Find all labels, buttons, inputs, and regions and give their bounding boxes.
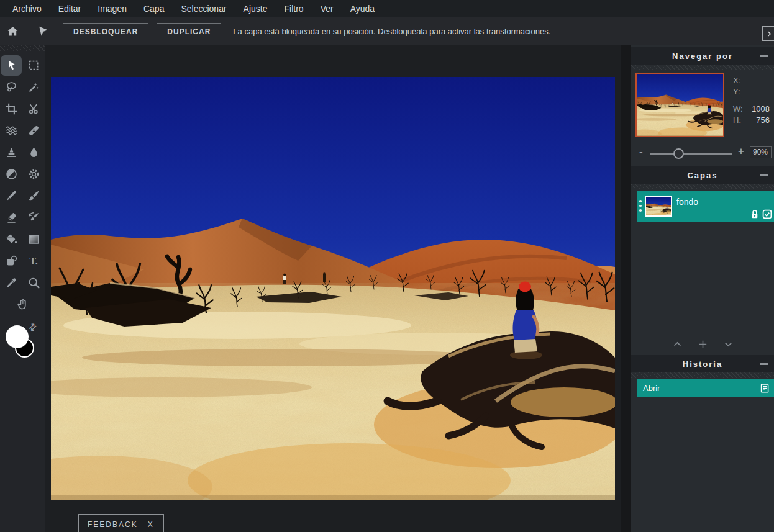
foreground-color-swatch[interactable] [6,325,29,348]
x-label: X: [733,76,740,85]
collapse-icon[interactable] [760,363,768,365]
menu-item-filtro[interactable]: Filtro [285,4,304,14]
layer-thumbnail[interactable] [645,196,672,217]
panel-resize-handle[interactable] [631,65,774,70]
layers-title: Capas [687,171,717,180]
magic-wand-icon [27,81,40,94]
tool-history-brush[interactable] [22,207,45,228]
tool-blur[interactable] [22,142,45,163]
tool-palette: T. ⇄ [0,45,45,532]
panel-resize-handle[interactable] [631,184,774,189]
menu-item-ayuda[interactable]: Ayuda [350,4,375,14]
history-step-file-icon [760,383,770,394]
move-layer-down-icon[interactable] [723,339,734,349]
tool-text[interactable]: T. [22,250,45,272]
navigator-thumbnail[interactable] [635,73,724,137]
unlock-button[interactable]: DESBLOQUEAR [63,23,148,40]
tool-dodge-burn[interactable] [0,163,22,185]
zoom-level-input[interactable] [750,146,772,158]
layers-header: Capas [631,166,774,184]
move-cursor-icon [5,59,18,72]
duplicate-button[interactable]: DUPLICAR [157,23,221,40]
home-icon[interactable] [5,25,20,38]
tool-eyedropper[interactable] [0,272,22,294]
tool-crop[interactable] [0,98,22,120]
tool-options-bar: DESBLOQUEAR DUPLICAR La capa está bloque… [0,17,774,45]
menu-bar: Archivo Editar Imagen Capa Seleccionar A… [0,0,774,17]
move-layer-up-icon[interactable] [672,339,683,349]
layer-visibility-checkbox[interactable] [762,209,772,219]
lock-icon[interactable] [750,209,759,219]
navigator-title: Navegar por [672,52,733,61]
panel-resize-handle[interactable] [631,372,774,378]
history-title: Historia [683,359,722,369]
crop-icon [5,102,18,115]
tool-heal[interactable] [22,120,45,142]
tool-lasso[interactable] [0,76,22,98]
eraser-icon [5,211,18,224]
tool-clone-stamp[interactable] [0,142,22,163]
canvas-area[interactable]: FEEDBACK X [45,45,621,532]
y-label: Y: [733,87,740,96]
history-item-abrir[interactable]: Abrir [637,379,774,397]
color-swatches: ⇄ [0,322,45,371]
tool-fill[interactable] [0,228,22,250]
menu-item-imagen[interactable]: Imagen [98,4,127,14]
sponge-detail-icon [27,168,40,181]
panel-divider [621,45,631,532]
tool-cutout[interactable] [22,98,45,120]
tool-hand[interactable] [0,294,45,315]
swap-colors-icon[interactable]: ⇄ [25,320,39,334]
zoom-slider-track[interactable] [650,153,732,155]
tool-move[interactable] [0,55,22,76]
tool-pencil[interactable] [0,185,22,207]
menu-item-ver[interactable]: Ver [321,4,334,14]
navigator-header: Navegar por [631,47,774,65]
magnifier-icon [27,276,40,289]
height-label: H: [733,115,741,125]
paint-bucket-icon [5,233,18,246]
panel-toggle-button[interactable] [762,26,774,41]
tool-shape[interactable] [0,250,22,272]
history-item-label: Abrir [643,384,660,393]
canvas-image[interactable] [51,77,615,500]
tool-zoom[interactable] [22,272,45,294]
collapse-icon[interactable] [760,55,768,57]
layer-locked-message: La capa está bloqueada en su posición. D… [233,27,550,36]
feedback-button[interactable]: FEEDBACK X [78,514,164,532]
tool-brush[interactable] [22,185,45,207]
water-drop-icon [27,146,40,159]
drag-handle-icon[interactable] [639,200,642,212]
layer-controls [631,335,774,353]
scissors-icon [27,102,40,115]
bandage-icon [27,124,40,137]
tool-liquify[interactable] [0,120,22,142]
pointer-tool-icon[interactable] [35,24,51,38]
tool-marquee[interactable] [22,55,45,76]
type-icon: T. [27,255,40,268]
feedback-label: FEEDBACK [88,520,138,529]
lasso-icon [5,81,18,94]
tool-eraser[interactable] [0,207,22,228]
add-layer-icon[interactable] [698,339,708,349]
dodge-burn-icon [5,168,18,181]
zoom-in-button[interactable]: + [738,145,744,158]
tool-sponge[interactable] [22,163,45,185]
collapse-icon[interactable] [760,174,768,176]
zoom-out-button[interactable]: - [639,146,643,158]
width-label: W: [733,104,743,114]
feedback-close[interactable]: X [148,520,154,529]
tool-magic-wand[interactable] [22,76,45,98]
menu-item-archivo[interactable]: Archivo [12,4,42,14]
zoom-slider-knob[interactable] [673,148,684,159]
layer-row-fondo[interactable]: fondo [637,191,774,222]
menu-item-ajuste[interactable]: Ajuste [244,4,268,14]
pencil-icon [5,189,18,202]
history-header: Historia [631,355,774,372]
right-panel: Navegar por X: Y: W: 1008 H: 756 - + Cap… [631,45,774,532]
menu-item-capa[interactable]: Capa [143,4,164,14]
tool-gradient[interactable] [22,228,45,250]
menu-item-editar[interactable]: Editar [58,4,81,14]
history-brush-icon [27,211,40,224]
menu-item-seleccionar[interactable]: Seleccionar [181,4,226,14]
